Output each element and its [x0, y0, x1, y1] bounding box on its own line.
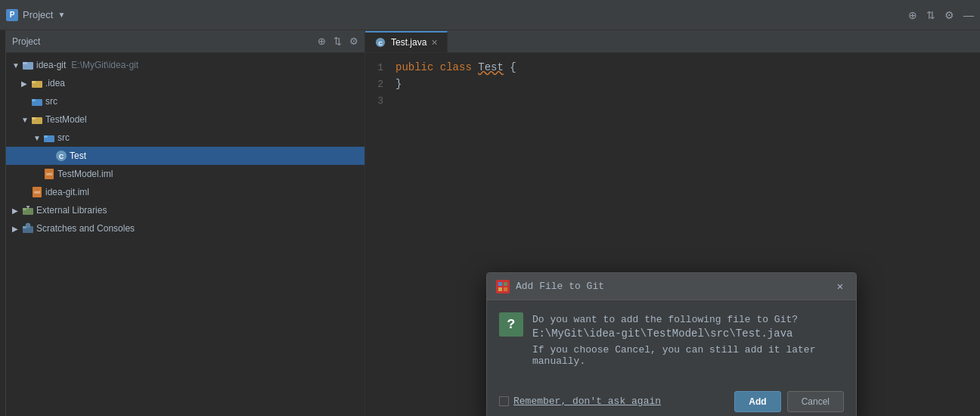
code-text-2: } — [395, 78, 402, 90]
tree-item-idea-git-iml[interactable]: iml idea-git.iml — [6, 183, 364, 201]
checkbox-label: Remember, don't ask again — [513, 396, 661, 407]
minimize-icon[interactable]: — — [963, 9, 974, 21]
dialog-title-icon — [496, 280, 510, 293]
tree-label-testmodel: TestModel — [45, 114, 87, 125]
top-bar-icons: ⊕ ⇅ ⚙ — — [908, 9, 974, 21]
tree-label-idea-git: idea-git — [36, 60, 66, 70]
arrow-src-testmodel — [33, 134, 41, 142]
tab-test-java[interactable]: C Test.java ✕ — [365, 31, 448, 52]
sidebar-globe-icon[interactable]: ⊕ — [318, 36, 326, 47]
tab-label: Test.java — [391, 37, 426, 48]
class-name-test: Test — [478, 61, 504, 73]
svg-text:iml: iml — [46, 172, 52, 176]
editor-content[interactable]: 1 public class Test { 2 } 3 — [365, 53, 980, 416]
project-folder-icon — [22, 59, 34, 71]
svg-rect-28 — [498, 287, 502, 291]
tree-path-idea-git: E:\MyGit\idea-git — [71, 60, 138, 70]
svg-rect-5 — [32, 99, 36, 101]
line-num-3: 3 — [365, 95, 395, 107]
folder-icon-src-testmodel — [43, 132, 55, 144]
tree-label-src-testmodel: src — [57, 132, 70, 143]
arrows-icon[interactable]: ⇅ — [926, 9, 935, 21]
tree-item-external-libs[interactable]: External Libraries — [6, 201, 364, 219]
sidebar-arrows-icon[interactable]: ⇅ — [333, 36, 342, 47]
tab-java-icon: C — [374, 36, 386, 48]
dialog-message-line1: Do you want to add the following file to… — [532, 312, 844, 328]
tree-item-testmodel[interactable]: TestModel — [6, 110, 364, 129]
settings-icon[interactable]: ⚙ — [944, 9, 954, 21]
dialog-close-button[interactable]: ✕ — [833, 280, 847, 293]
svg-text:C: C — [378, 40, 383, 47]
svg-rect-3 — [32, 81, 36, 83]
dialog-message-row: ? Do you want to add the following file … — [499, 312, 844, 367]
tree-item-test[interactable]: C Test — [6, 147, 364, 165]
code-line-3: 3 — [365, 92, 980, 109]
svg-text:C: C — [59, 153, 64, 160]
file-tree: idea-git E:\MyGit\idea-git .idea src — [6, 53, 364, 416]
arrow-testmodel — [21, 116, 29, 124]
sidebar-settings-icon[interactable]: ⚙ — [349, 36, 358, 47]
left-stripe — [0, 30, 6, 416]
svg-text:iml: iml — [34, 190, 40, 194]
arrow-external-libs — [12, 206, 20, 215]
keyword-class: class — [440, 61, 478, 73]
java-file-icon-test: C — [55, 150, 67, 162]
svg-rect-26 — [498, 282, 502, 286]
tab-close-icon[interactable]: ✕ — [431, 38, 438, 48]
project-title: Project — [23, 9, 53, 20]
sidebar-title: Project — [12, 36, 40, 47]
tree-label-testmodel-iml: TestModel.iml — [57, 169, 113, 179]
tree-label-test: Test — [70, 151, 86, 161]
arrow-idea-git — [12, 61, 20, 70]
dialog-hint-text: If you choose Cancel, you can still add … — [532, 344, 844, 367]
tree-label-scratches: Scratches and Consoles — [36, 223, 135, 234]
svg-rect-9 — [44, 135, 48, 138]
add-button[interactable]: Add — [734, 391, 780, 412]
tree-item-src-testmodel[interactable]: src — [6, 129, 364, 147]
dialog-question-icon: ? — [499, 312, 523, 337]
svg-point-22 — [26, 223, 30, 228]
svg-rect-27 — [504, 282, 507, 286]
tree-item-idea[interactable]: .idea — [6, 74, 364, 92]
dialog-message-path: E:\MyGit\idea-git\TestModel\src\Test.jav… — [532, 328, 844, 340]
checkbox-row: Remember, don't ask again — [499, 396, 728, 407]
keyword-public: public — [395, 61, 440, 73]
tree-item-idea-git[interactable]: idea-git E:\MyGit\idea-git — [6, 56, 364, 74]
project-dropdown-arrow[interactable]: ▼ — [57, 11, 65, 19]
main-layout: Project ⊕ ⇅ ⚙ idea-git E:\MyGit\idea-git — [0, 30, 980, 416]
dialog-title-text: Add File to Git — [516, 281, 827, 292]
folder-icon-testmodel — [31, 113, 43, 126]
sidebar-header: Project ⊕ ⇅ ⚙ — [6, 30, 364, 53]
dialog-message-text: Do you want to add the following file to… — [532, 312, 844, 367]
dialog-footer: Remember, don't ask again Add Cancel — [487, 385, 856, 417]
tree-label-src-root: src — [45, 96, 57, 107]
scratches-icon — [22, 222, 34, 234]
external-libs-icon — [22, 204, 34, 216]
iml-icon-idea-git: iml — [31, 186, 43, 198]
sidebar: Project ⊕ ⇅ ⚙ idea-git E:\MyGit\idea-git — [6, 30, 365, 416]
code-line-1: 1 public class Test { — [365, 59, 980, 76]
tree-item-src-root[interactable]: src — [6, 92, 364, 110]
globe-icon[interactable]: ⊕ — [908, 9, 917, 21]
arrow-scratches — [12, 225, 20, 233]
cancel-button[interactable]: Cancel — [787, 391, 844, 412]
line-num-1: 1 — [365, 62, 395, 73]
tree-item-testmodel-iml[interactable]: iml TestModel.iml — [6, 165, 364, 183]
editor-tabs: C Test.java ✕ — [365, 30, 980, 53]
folder-icon-idea — [31, 77, 43, 89]
code-text-1: public class Test { — [395, 61, 516, 73]
code-line-2: 2 } — [365, 76, 980, 92]
tree-label-external-libs: External Libraries — [36, 205, 107, 216]
dialog-body: ? Do you want to add the following file … — [487, 300, 856, 385]
brace-close: } — [395, 78, 402, 90]
top-bar: P Project ▼ ⊕ ⇅ ⚙ — — [0, 0, 980, 30]
sidebar-header-icons: ⊕ ⇅ ⚙ — [318, 36, 358, 47]
editor-area: C Test.java ✕ 1 public class Test { 2 } — [365, 30, 980, 416]
project-icon: P — [6, 9, 18, 21]
svg-rect-17 — [23, 208, 26, 210]
svg-rect-29 — [504, 287, 507, 291]
folder-icon-src-root — [31, 95, 43, 107]
remember-checkbox[interactable] — [499, 396, 509, 406]
tree-item-scratches[interactable]: Scratches and Consoles — [6, 219, 364, 237]
iml-icon-testmodel: iml — [43, 168, 55, 180]
